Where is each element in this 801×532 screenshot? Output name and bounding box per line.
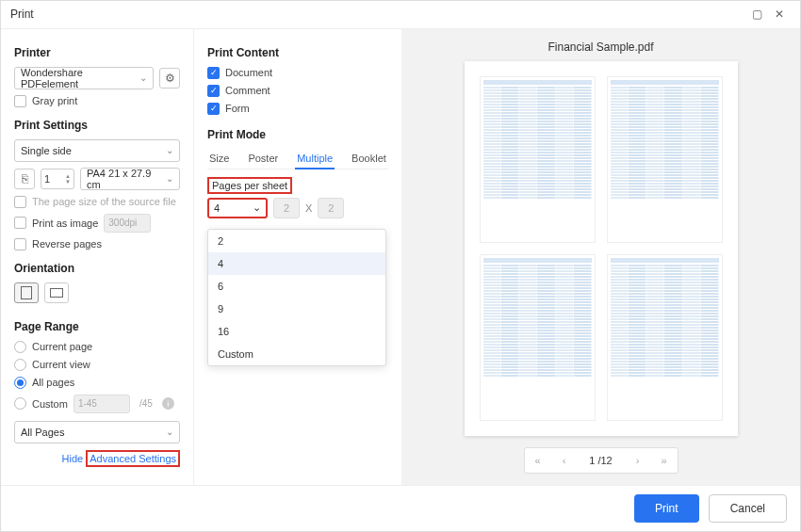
sides-value: Single side bbox=[21, 145, 72, 156]
print-as-image-checkbox[interactable] bbox=[14, 217, 26, 229]
preview-pager: « ‹ 1 /12 › » bbox=[524, 447, 678, 474]
printer-settings-button[interactable]: ⚙ bbox=[159, 68, 180, 89]
source-size-label: The page size of the source file bbox=[32, 196, 176, 207]
orientation-portrait-button[interactable] bbox=[14, 282, 39, 303]
custom-range-label: Custom bbox=[32, 398, 68, 410]
pps-option-6[interactable]: 6 bbox=[208, 275, 385, 298]
gear-icon: ⚙ bbox=[165, 72, 175, 85]
paper-size-value: PA4 21 x 27.9 cm bbox=[87, 168, 166, 190]
info-icon[interactable]: i bbox=[162, 397, 174, 410]
copies-value: 1 bbox=[44, 173, 50, 185]
chevron-down-icon: ⌄ bbox=[166, 145, 173, 155]
chevron-down-icon: ⌄ bbox=[253, 202, 261, 214]
pager-prev-button[interactable]: ‹ bbox=[551, 455, 578, 466]
preview-page-2 bbox=[607, 76, 723, 243]
orientation-landscape-button[interactable] bbox=[44, 282, 69, 303]
tab-size[interactable]: Size bbox=[207, 149, 231, 169]
gray-print-checkbox[interactable] bbox=[14, 95, 26, 107]
page-subset-value: All Pages bbox=[21, 427, 64, 438]
print-mode-tabs: Size Poster Multiple Booklet bbox=[207, 149, 388, 169]
pager-last-button[interactable]: » bbox=[651, 455, 678, 466]
preview-page-3 bbox=[480, 254, 596, 421]
form-label: Form bbox=[225, 103, 250, 114]
copies-icon: ⎘ bbox=[22, 172, 28, 185]
pps-option-16[interactable]: 16 bbox=[208, 320, 385, 343]
tab-booklet[interactable]: Booklet bbox=[350, 149, 388, 169]
pages-per-sheet-value: 4 bbox=[214, 202, 220, 214]
comment-label: Comment bbox=[225, 85, 270, 96]
tab-poster[interactable]: Poster bbox=[246, 149, 280, 169]
current-page-radio[interactable] bbox=[14, 341, 26, 353]
pps-option-9[interactable]: 9 bbox=[208, 298, 385, 320]
tab-multiple[interactable]: Multiple bbox=[295, 149, 335, 169]
preview-filename: Financial Sample.pdf bbox=[548, 40, 653, 54]
chevron-down-icon: ⌄ bbox=[166, 427, 173, 437]
printer-select[interactable]: Wondershare PDFelement ⌄ bbox=[14, 67, 154, 89]
chevron-down-icon: ⌄ bbox=[139, 73, 147, 83]
pages-per-sheet-label: Pages per sheet bbox=[207, 177, 292, 194]
x-label: X bbox=[305, 202, 312, 214]
chevron-down-icon: ⌄ bbox=[166, 173, 173, 184]
print-button[interactable]: Print bbox=[634, 494, 699, 523]
printer-selected: Wondershare PDFelement bbox=[21, 67, 139, 89]
footer: Print Cancel bbox=[1, 485, 800, 531]
reverse-pages-checkbox[interactable] bbox=[14, 238, 26, 250]
custom-range-input[interactable]: 1-45 bbox=[74, 395, 130, 413]
copies-spinner[interactable]: ▲▼ bbox=[65, 173, 71, 185]
cancel-button[interactable]: Cancel bbox=[709, 494, 787, 523]
form-checkbox[interactable]: ✓ bbox=[207, 103, 220, 115]
pager-next-button[interactable]: › bbox=[625, 455, 651, 466]
preview-page-4 bbox=[607, 254, 723, 421]
titlebar: Print ▢ ✕ bbox=[1, 1, 800, 29]
print-dialog: Print ▢ ✕ Printer Wondershare PDFelement… bbox=[0, 0, 801, 532]
copies-input[interactable]: 1 ▲▼ bbox=[41, 169, 74, 189]
page-subset-select[interactable]: All Pages ⌄ bbox=[14, 421, 180, 443]
copies-icon-button[interactable]: ⎘ bbox=[14, 169, 35, 189]
pager-first-button[interactable]: « bbox=[525, 455, 551, 466]
custom-range-total: /45 bbox=[139, 398, 153, 409]
preview-page-1 bbox=[480, 76, 596, 243]
pps-option-2[interactable]: 2 bbox=[208, 230, 385, 252]
hide-link[interactable]: Hide bbox=[62, 453, 84, 464]
comment-checkbox[interactable]: ✓ bbox=[207, 85, 220, 97]
current-page-label: Current page bbox=[32, 341, 92, 352]
maximize-button[interactable]: ▢ bbox=[745, 3, 768, 25]
dpi-input: 300dpi bbox=[104, 214, 151, 233]
sides-select[interactable]: Single side ⌄ bbox=[14, 139, 180, 162]
document-checkbox[interactable]: ✓ bbox=[207, 67, 220, 79]
pages-per-sheet-select[interactable]: 4 ⌄ bbox=[207, 198, 268, 218]
document-label: Document bbox=[225, 67, 272, 78]
grid-rows-input: 2 bbox=[318, 198, 344, 218]
middle-column: Print Content ✓ Document ✓ Comment ✓ For… bbox=[194, 29, 401, 485]
source-size-checkbox[interactable] bbox=[14, 196, 26, 208]
current-view-radio[interactable] bbox=[14, 359, 26, 371]
portrait-icon bbox=[21, 286, 32, 299]
content: Printer Wondershare PDFelement ⌄ ⚙ Gray … bbox=[1, 29, 800, 485]
close-button[interactable]: ✕ bbox=[768, 3, 791, 25]
page-range-title: Page Range bbox=[14, 320, 180, 333]
pager-page-indicator: 1 /12 bbox=[578, 455, 625, 466]
print-settings-title: Print Settings bbox=[14, 119, 180, 132]
printer-title: Printer bbox=[14, 46, 180, 59]
preview-sheet bbox=[465, 61, 738, 436]
pps-option-custom[interactable]: Custom bbox=[208, 343, 385, 365]
all-pages-label: All pages bbox=[32, 377, 74, 388]
grid-cols-input: 2 bbox=[273, 198, 300, 218]
gray-print-label: Gray print bbox=[32, 95, 77, 106]
print-mode-title: Print Mode bbox=[207, 128, 388, 141]
landscape-icon bbox=[50, 288, 63, 298]
window-title: Print bbox=[10, 8, 745, 21]
print-content-title: Print Content bbox=[207, 46, 388, 59]
pps-option-4[interactable]: 4 bbox=[208, 252, 385, 275]
preview-panel: Financial Sample.pdf « ‹ 1 /12 › » bbox=[401, 29, 800, 485]
advanced-settings-row: Hide Advanced Settings bbox=[14, 453, 180, 464]
custom-range-radio[interactable] bbox=[14, 397, 26, 410]
advanced-settings-link[interactable]: Advanced Settings bbox=[86, 450, 180, 467]
all-pages-radio[interactable] bbox=[14, 377, 26, 389]
orientation-title: Orientation bbox=[14, 262, 180, 275]
reverse-pages-label: Reverse pages bbox=[32, 238, 102, 250]
left-column: Printer Wondershare PDFelement ⌄ ⚙ Gray … bbox=[1, 29, 194, 485]
paper-size-select[interactable]: PA4 21 x 27.9 cm ⌄ bbox=[80, 168, 180, 190]
print-as-image-label: Print as image bbox=[32, 218, 98, 229]
current-view-label: Current view bbox=[32, 359, 90, 370]
